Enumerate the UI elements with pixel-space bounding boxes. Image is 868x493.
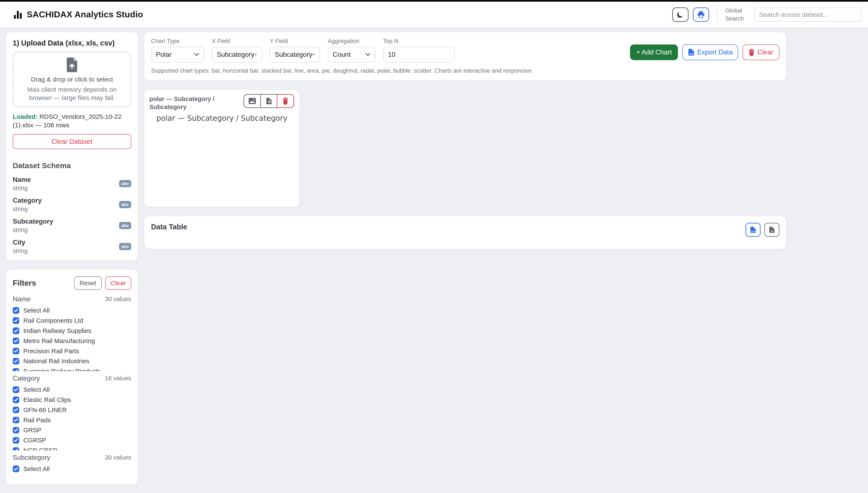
upload-dropzone[interactable]: Drag & drop or click to select Max clien…: [13, 52, 131, 107]
filters-reset-button[interactable]: Reset: [74, 276, 102, 290]
field-x: X Field Subcategory: [212, 38, 262, 62]
filter-checkbox-row[interactable]: Indian Railway Supplies: [13, 326, 131, 336]
filter-group-list: Select All: [13, 464, 131, 485]
print-button[interactable]: [693, 7, 709, 22]
schema-field-info: Namestring: [13, 176, 31, 192]
filter-group-name: Subcategory: [13, 454, 50, 462]
app-root: SACHIDAX Analytics Studio Global Search: [0, 0, 868, 493]
checkbox-checked-icon[interactable]: [13, 307, 20, 314]
table-export-csv-button[interactable]: csv: [745, 223, 761, 237]
charts-grid: polar — Subcategory / Subcategorypolar —…: [144, 89, 787, 207]
schema-field-info: Citystring: [13, 238, 28, 254]
filters-title: Filters: [13, 279, 36, 287]
filters-clear-button[interactable]: Clear: [105, 276, 131, 290]
field-y: Y Field Subcategory: [270, 38, 320, 62]
filter-checkbox-row[interactable]: Metro Rail Manufacturing: [13, 336, 131, 346]
export-data-button[interactable]: csv Export Data: [682, 44, 738, 60]
schema-title: Dataset Schema: [13, 162, 131, 170]
filters-card: Filters Reset Clear Name30 valuesSelect …: [5, 269, 138, 485]
aggregation-select[interactable]: Count: [328, 47, 375, 63]
checkbox-checked-icon[interactable]: [13, 466, 20, 472]
field-top-n: Top N: [383, 38, 455, 62]
checkbox-checked-icon[interactable]: [13, 348, 20, 355]
field-chart-type: Chart Type Polar: [151, 38, 204, 62]
brand: SACHIDAX Analytics Studio: [13, 9, 143, 20]
chart-save-image-button[interactable]: [244, 94, 261, 108]
schema-field-name: Subcategory: [13, 217, 53, 225]
main-content: Chart Type Polar X Field Subcategory Y F…: [144, 32, 787, 485]
top-n-label: Top N: [383, 38, 455, 44]
checkbox-checked-icon[interactable]: [13, 386, 20, 393]
schema-field-info: Statestring: [13, 259, 29, 261]
checkbox-checked-icon[interactable]: [13, 417, 20, 424]
svg-text:csv: csv: [689, 53, 693, 55]
filter-checkbox-row[interactable]: Precision Rail Parts: [13, 346, 131, 356]
data-table-buttons: csv x: [745, 223, 780, 237]
loaded-status: Loaded: RDSO_Vendors_2025-10-22 (1).xlsx…: [13, 112, 131, 130]
schema-type-badge: abc: [119, 243, 131, 250]
top-black-strip: [0, 0, 868, 2]
filter-checkbox-row[interactable]: Supreme Railway Products: [13, 366, 131, 371]
filter-checkbox-row[interactable]: Rail Pads: [13, 415, 131, 425]
filter-checkbox-label: Select All: [23, 465, 50, 472]
filter-checkbox-row[interactable]: Select All: [13, 305, 131, 316]
clear-charts-button[interactable]: Clear: [743, 44, 780, 60]
checkbox-checked-icon[interactable]: [13, 447, 20, 450]
theme-toggle-button[interactable]: [672, 7, 688, 22]
clear-dataset-button[interactable]: Clear Dataset: [13, 134, 131, 149]
global-search-input[interactable]: [754, 8, 861, 22]
schema-field-type: string: [13, 185, 31, 192]
chart-type-select[interactable]: Polar: [151, 47, 204, 63]
image-icon: [248, 98, 256, 104]
filter-checkbox-row[interactable]: GRSP: [13, 425, 131, 435]
y-field-select[interactable]: Subcategory: [270, 47, 320, 63]
schema-list: NamestringabcCategorystringabcSubcategor…: [13, 173, 131, 261]
schema-field-row: Namestringabc: [13, 173, 131, 194]
file-csv-icon: csv: [688, 48, 695, 56]
schema-type-badge: abc: [119, 222, 131, 229]
filter-checkbox-row[interactable]: National Rail Industries: [13, 356, 131, 366]
filter-checkbox-label: Select All: [23, 386, 50, 393]
chart-delete-button[interactable]: [277, 94, 294, 108]
filter-checkbox-row[interactable]: Select All: [13, 385, 131, 395]
filter-checkbox-row[interactable]: Rail Components Ltd: [13, 316, 131, 326]
checkbox-checked-icon[interactable]: [13, 368, 20, 371]
app-header: SACHIDAX Analytics Studio Global Search: [0, 2, 868, 28]
checkbox-checked-icon[interactable]: [13, 338, 20, 344]
chart-export-button[interactable]: [260, 94, 277, 108]
filter-checkbox-row[interactable]: Elastic Rail Clips: [13, 395, 131, 405]
table-export-excel-button[interactable]: x: [764, 223, 780, 237]
checkbox-checked-icon[interactable]: [13, 427, 20, 434]
checkbox-checked-icon[interactable]: [13, 317, 20, 324]
x-field-select[interactable]: Subcategory: [212, 47, 262, 63]
checkbox-checked-icon[interactable]: [13, 327, 20, 334]
field-aggregation: Aggregation Count: [328, 38, 375, 62]
controls-help-text: Supported chart types: bar, horizontal b…: [151, 67, 780, 74]
filter-checkbox-label: Indian Railway Supplies: [23, 327, 91, 335]
checkbox-checked-icon[interactable]: [13, 407, 20, 413]
filter-checkbox-row[interactable]: GFN-66 LINER: [13, 405, 131, 415]
chevron-down-icon: [365, 53, 370, 56]
chart-card-polar: polar — Subcategory / Subcategorypolar —…: [144, 89, 299, 207]
schema-field-name: State: [13, 259, 29, 261]
checkbox-checked-icon[interactable]: [13, 358, 20, 365]
schema-field-name: Category: [13, 196, 42, 205]
filter-checkbox-label: GRSP: [23, 427, 42, 434]
add-chart-button[interactable]: + Add Chart: [630, 44, 678, 60]
loaded-label: Loaded:: [13, 113, 38, 120]
filter-checkbox-row[interactable]: CGRSP: [13, 435, 131, 445]
checkbox-checked-icon[interactable]: [13, 396, 20, 403]
filter-checkbox-row[interactable]: NCR GRSP: [13, 445, 131, 450]
filter-checkbox-label: Rail Pads: [23, 416, 51, 424]
schema-field-row: Subcategorystringabc: [13, 215, 131, 236]
y-field-label: Y Field: [270, 38, 320, 44]
filter-checkbox-label: Metro Rail Manufacturing: [23, 337, 95, 345]
top-n-input[interactable]: [383, 47, 455, 63]
add-chart-label: + Add Chart: [636, 48, 672, 56]
schema-field-row: Citystringabc: [13, 236, 131, 257]
filter-checkbox-row[interactable]: Select All: [13, 464, 131, 474]
dropzone-line1: Drag & drop or click to select: [31, 76, 113, 83]
filter-group-list: Select AllElastic Rail ClipsGFN-66 LINER…: [13, 385, 131, 450]
checkbox-checked-icon[interactable]: [13, 437, 20, 444]
sidebar-divider: [13, 155, 131, 156]
